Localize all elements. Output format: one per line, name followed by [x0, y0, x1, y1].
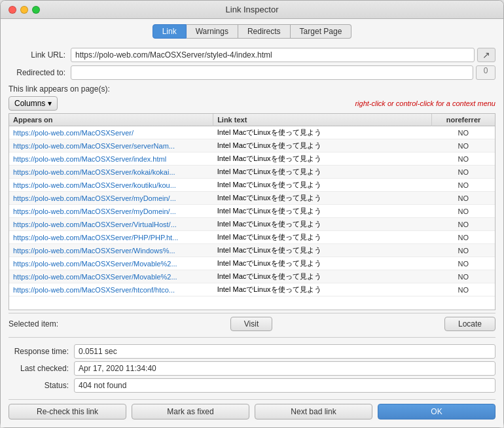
tab-targetpage[interactable]: Target Page	[291, 24, 352, 39]
cell-noreferrer: NO	[432, 126, 495, 139]
table-row[interactable]: https://polo-web.com/MacOSXServer/myDome…	[9, 192, 495, 205]
cell-appears[interactable]: https://polo-web.com/MacOSXServer/	[9, 126, 213, 139]
last-checked-row: Last checked: Apr 17, 2020 11:34:40	[9, 361, 495, 376]
recheck-button[interactable]: Re-check this link	[9, 404, 126, 419]
cell-noreferrer: NO	[432, 152, 495, 166]
cell-appears[interactable]: https://polo-web.com/MacOSXServer/server…	[9, 139, 213, 152]
columns-button[interactable]: Columns ▾	[9, 96, 58, 111]
table-row[interactable]: https://polo-web.com/MacOSXServer/index.…	[9, 152, 495, 166]
last-checked-value: Apr 17, 2020 11:34:40	[74, 361, 495, 376]
table-row[interactable]: https://polo-web.com/MacOSXServer/PHP/PH…	[9, 231, 495, 244]
redirected-to-row: Redirected to: 0	[9, 65, 495, 80]
cell-linktext: Intel MacでLinuxを使って見よう	[213, 218, 432, 231]
last-checked-label: Last checked:	[9, 364, 74, 373]
cell-linktext: Intel MacでLinuxを使って見よう	[213, 205, 432, 218]
cell-noreferrer: NO	[432, 257, 495, 270]
tab-warnings[interactable]: Warnings	[187, 24, 238, 39]
columns-label: Columns	[14, 99, 45, 108]
cell-linktext: Intel MacでLinuxを使って見よう	[213, 257, 432, 270]
cell-linktext: Intel MacでLinuxを使って見よう	[213, 166, 432, 179]
results-table: Appears on Link text noreferrer https://…	[9, 114, 495, 296]
selected-item-label: Selected item:	[9, 319, 58, 329]
link-url-row: Link URL: ↗	[9, 48, 495, 62]
visit-button[interactable]: Visit	[230, 317, 272, 331]
cell-linktext: Intel MacでLinuxを使って見よう	[213, 126, 432, 139]
redirect-count: 0	[476, 65, 495, 80]
table-body: https://polo-web.com/MacOSXServer/Intel …	[9, 126, 495, 296]
table-row[interactable]: https://polo-web.com/MacOSXServer/koutik…	[9, 179, 495, 192]
mark-fixed-button[interactable]: Mark as fixed	[132, 404, 249, 419]
status-value: 404 not found	[74, 378, 495, 393]
cell-noreferrer: NO	[432, 218, 495, 231]
table-row[interactable]: https://polo-web.com/MacOSXServer/Movabl…	[9, 270, 495, 283]
table-row[interactable]: https://polo-web.com/MacOSXServer/server…	[9, 139, 495, 152]
table-row[interactable]: https://polo-web.com/MacOSXServer/myDome…	[9, 205, 495, 218]
table-row[interactable]: https://polo-web.com/MacOSXServer/htconf…	[9, 283, 495, 296]
next-bad-button[interactable]: Next bad link	[255, 404, 372, 419]
cell-appears[interactable]: https://polo-web.com/MacOSXServer/htconf…	[9, 283, 213, 296]
cell-noreferrer: NO	[432, 283, 495, 296]
open-link-button[interactable]: ↗	[477, 48, 495, 62]
minimize-button[interactable]	[20, 6, 28, 14]
cell-appears[interactable]: https://polo-web.com/MacOSXServer/kokai/…	[9, 166, 213, 179]
selected-bar: Selected item: Visit Locate	[9, 313, 495, 334]
cell-linktext: Intel MacでLinuxを使って見よう	[213, 179, 432, 192]
cell-noreferrer: NO	[432, 205, 495, 218]
table-row[interactable]: https://polo-web.com/MacOSXServer/Movabl…	[9, 257, 495, 270]
context-menu-hint: right-click or control-click for a conte…	[355, 99, 495, 107]
cell-noreferrer: NO	[432, 244, 495, 257]
content-area: Link URL: ↗ Redirected to: 0 This link a…	[1, 43, 503, 427]
divider	[9, 337, 495, 338]
link-url-label: Link URL:	[9, 50, 71, 60]
ok-button[interactable]: OK	[378, 404, 495, 419]
results-table-container[interactable]: Appears on Link text noreferrer https://…	[9, 113, 495, 310]
cell-noreferrer: NO	[432, 231, 495, 244]
col-header-linktext: Link text	[213, 114, 432, 126]
cell-noreferrer: NO	[432, 139, 495, 152]
link-url-input[interactable]	[71, 48, 475, 62]
cell-linktext: Intel MacでLinuxを使って見よう	[213, 192, 432, 205]
tab-redirects[interactable]: Redirects	[238, 24, 291, 39]
cell-appears[interactable]: https://polo-web.com/MacOSXServer/index.…	[9, 152, 213, 166]
cell-noreferrer: NO	[432, 270, 495, 283]
table-row[interactable]: https://polo-web.com/MacOSXServer/Window…	[9, 244, 495, 257]
traffic-lights	[9, 6, 40, 14]
status-label: Status:	[9, 381, 74, 390]
cell-linktext: Intel MacでLinuxを使って見よう	[213, 270, 432, 283]
response-time-label: Response time:	[9, 347, 74, 356]
bottom-actions: Re-check this link Mark as fixed Next ba…	[9, 399, 495, 422]
tab-link[interactable]: Link	[153, 24, 187, 39]
cell-appears[interactable]: https://polo-web.com/MacOSXServer/PHP/PH…	[9, 231, 213, 244]
cell-appears[interactable]: https://polo-web.com/MacOSXServer/Movabl…	[9, 270, 213, 283]
cell-appears[interactable]: https://polo-web.com/MacOSXServer/koutik…	[9, 179, 213, 192]
section-label: This link appears on page(s):	[9, 84, 495, 94]
cell-appears[interactable]: https://polo-web.com/MacOSXServer/myDome…	[9, 192, 213, 205]
redirected-to-input[interactable]	[71, 65, 473, 80]
cell-noreferrer: NO	[432, 179, 495, 192]
cell-appears[interactable]: https://polo-web.com/MacOSXServer/myDome…	[9, 205, 213, 218]
tabbar: Link Warnings Redirects Target Page	[1, 19, 503, 43]
cell-linktext: Intel MacでLinuxを使って見よう	[213, 244, 432, 257]
info-section: Response time: 0.0511 sec Last checked: …	[9, 340, 495, 398]
response-time-value: 0.0511 sec	[74, 344, 495, 359]
table-header-row: Appears on Link text noreferrer	[9, 114, 495, 126]
cell-appears[interactable]: https://polo-web.com/MacOSXServer/Virtua…	[9, 218, 213, 231]
table-row[interactable]: https://polo-web.com/MacOSXServer/Intel …	[9, 126, 495, 139]
cell-linktext: Intel MacでLinuxを使って見よう	[213, 283, 432, 296]
locate-button[interactable]: Locate	[444, 317, 495, 331]
redirected-to-label: Redirected to:	[9, 68, 71, 77]
close-button[interactable]	[9, 6, 16, 14]
table-row[interactable]: https://polo-web.com/MacOSXServer/kokai/…	[9, 166, 495, 179]
cell-linktext: Intel MacでLinuxを使って見よう	[213, 231, 432, 244]
cell-linktext: Intel MacでLinuxを使って見よう	[213, 152, 432, 166]
table-row[interactable]: https://polo-web.com/MacOSXServer/Virtua…	[9, 218, 495, 231]
response-time-row: Response time: 0.0511 sec	[9, 344, 495, 359]
cell-appears[interactable]: https://polo-web.com/MacOSXServer/Movabl…	[9, 257, 213, 270]
maximize-button[interactable]	[32, 6, 40, 14]
titlebar: Link Inspector	[1, 1, 503, 19]
cell-noreferrer: NO	[432, 192, 495, 205]
toolbar-row: Columns ▾ right-click or control-click f…	[9, 96, 495, 111]
status-row: Status: 404 not found	[9, 378, 495, 393]
cell-noreferrer: NO	[432, 166, 495, 179]
cell-appears[interactable]: https://polo-web.com/MacOSXServer/Window…	[9, 244, 213, 257]
